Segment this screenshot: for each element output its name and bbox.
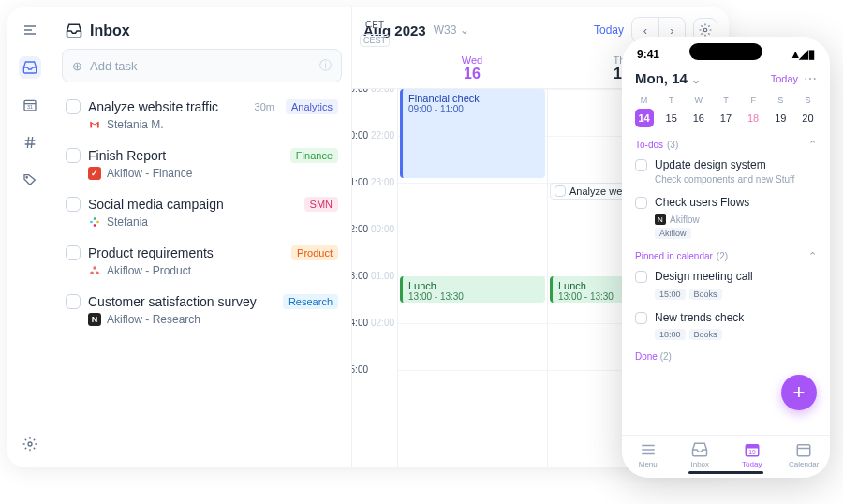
phone-week-strip[interactable]: M14 T15 W16 T17 F18 S19 S20 bbox=[622, 92, 830, 135]
calendar-nav-icon[interactable]: 31 bbox=[19, 94, 41, 116]
svg-rect-13 bbox=[94, 217, 96, 219]
phone-time: 9:41 bbox=[637, 48, 659, 61]
event-checkbox[interactable] bbox=[555, 185, 566, 197]
hash-icon[interactable] bbox=[19, 131, 41, 154]
section-todos[interactable]: To-dos(3)⌃ bbox=[622, 135, 830, 155]
collapse-icon[interactable] bbox=[19, 19, 41, 41]
phone-today-link[interactable]: Today bbox=[771, 73, 798, 84]
task-item[interactable]: Analyze website traffic 30m Analytics St… bbox=[62, 92, 342, 141]
svg-text:31: 31 bbox=[27, 104, 33, 110]
pinned-trends[interactable]: New trends check 18:00Books bbox=[622, 307, 830, 348]
calendar-day[interactable]: Wed16 bbox=[397, 52, 547, 88]
phone-weekday[interactable]: S20 bbox=[795, 96, 821, 127]
calendar-icon bbox=[795, 441, 812, 458]
task-source: NAkiflow - Research bbox=[66, 313, 338, 326]
fab-add-button[interactable]: + bbox=[781, 375, 817, 410]
todoist-icon: ✓ bbox=[88, 167, 101, 180]
task-item[interactable]: Product requirements Product Akiflow - P… bbox=[62, 238, 342, 287]
checkbox[interactable] bbox=[635, 197, 647, 209]
task-title: Analyze website traffic bbox=[88, 99, 247, 114]
add-task-placeholder: Add task bbox=[90, 59, 138, 73]
event-financial-check[interactable]: Financial check 09:00 - 11:00 bbox=[400, 89, 545, 178]
chevron-up-icon: ⌃ bbox=[808, 139, 817, 151]
task-tag[interactable]: Research bbox=[283, 294, 338, 309]
task-tag[interactable]: SMN bbox=[304, 197, 338, 212]
phone-weekday[interactable]: T15 bbox=[658, 96, 684, 127]
inbox-nav-icon[interactable] bbox=[19, 56, 41, 79]
gmail-icon bbox=[88, 118, 101, 131]
today-link[interactable]: Today bbox=[594, 23, 624, 37]
svg-rect-12 bbox=[90, 221, 92, 223]
task-duration: 30m bbox=[255, 101, 274, 112]
phone-tab-today[interactable]: 19 Today bbox=[726, 441, 778, 468]
task-source: Akiflow - Product bbox=[66, 264, 338, 277]
phone-notch bbox=[689, 43, 762, 60]
svg-point-16 bbox=[93, 266, 96, 270]
task-item[interactable]: Finish Report Finance ✓Akiflow - Finance bbox=[62, 141, 342, 189]
chip-akiflow: Akiflow bbox=[655, 228, 691, 239]
phone-status-icons: ▴◢▮ bbox=[792, 47, 815, 61]
task-source: Stefania M. bbox=[66, 118, 338, 131]
svg-rect-14 bbox=[96, 221, 98, 223]
inbox-panel: Inbox ⊕ Add task ⓘ Analyze website traff… bbox=[52, 7, 352, 467]
phone-tab-menu[interactable]: Menu bbox=[622, 441, 674, 468]
task-item[interactable]: Social media campaign SMN Stefania bbox=[62, 189, 342, 238]
svg-rect-15 bbox=[94, 224, 96, 226]
inbox-title: Inbox bbox=[90, 22, 130, 39]
phone-weekday[interactable]: W16 bbox=[686, 96, 711, 127]
task-checkbox[interactable] bbox=[66, 197, 81, 212]
todo-update-design[interactable]: Update design systemCheck components and… bbox=[622, 155, 830, 192]
phone-weekday[interactable]: F18 bbox=[741, 96, 766, 127]
calendar-week[interactable]: W33 ⌄ bbox=[434, 23, 469, 37]
svg-point-11 bbox=[28, 442, 32, 446]
phone-home-indicator bbox=[688, 471, 763, 474]
task-source: ✓Akiflow - Finance bbox=[66, 167, 338, 180]
section-pinned[interactable]: Pinned in calendar(2)⌃ bbox=[622, 246, 830, 266]
plus-icon: ⊕ bbox=[72, 59, 82, 73]
checkbox[interactable] bbox=[635, 159, 647, 171]
day-col-wed[interactable]: Financial check 09:00 - 11:00 Lunch 13:0… bbox=[397, 89, 547, 467]
task-tag[interactable]: Finance bbox=[290, 148, 338, 163]
task-list: Analyze website traffic 30m Analytics St… bbox=[62, 92, 342, 335]
phone-weekday[interactable]: M14 bbox=[631, 96, 657, 127]
nav-rail: 31 bbox=[7, 7, 52, 467]
phone-weekday[interactable]: T17 bbox=[713, 96, 738, 127]
phone-tab-calendar[interactable]: Calendar bbox=[778, 441, 831, 468]
svg-point-17 bbox=[90, 272, 94, 275]
task-checkbox[interactable] bbox=[66, 148, 81, 163]
phone-more-icon[interactable]: ⋯ bbox=[804, 71, 817, 86]
notion-icon: N bbox=[88, 313, 101, 326]
svg-text:19: 19 bbox=[748, 449, 756, 455]
slack-icon bbox=[88, 215, 101, 229]
phone-weekday[interactable]: S19 bbox=[768, 96, 793, 127]
phone-mockup: 9:41 ▴◢▮ Mon, 14 ⌄ Today ⋯ M14 T15 W16 T… bbox=[622, 37, 830, 478]
phone-tab-inbox[interactable]: Inbox bbox=[674, 441, 727, 468]
inbox-icon bbox=[691, 441, 708, 458]
task-checkbox[interactable] bbox=[66, 245, 81, 260]
add-task-input[interactable]: ⊕ Add task ⓘ bbox=[62, 49, 342, 82]
todo-check-flows[interactable]: Check users Flows NAkiflow Akiflow bbox=[622, 192, 830, 247]
pinned-meeting[interactable]: Design meeting call 15:00Books bbox=[622, 266, 830, 307]
phone-date[interactable]: Mon, 14 ⌄ bbox=[635, 70, 701, 86]
task-tag[interactable]: Analytics bbox=[286, 99, 338, 114]
svg-line-9 bbox=[31, 137, 32, 148]
task-title: Finish Report bbox=[88, 148, 283, 163]
task-checkbox[interactable] bbox=[66, 294, 81, 309]
tag-icon[interactable] bbox=[19, 169, 41, 191]
info-icon[interactable]: ⓘ bbox=[319, 57, 332, 74]
menu-icon bbox=[640, 441, 657, 458]
checkbox[interactable] bbox=[635, 271, 647, 283]
settings-icon[interactable] bbox=[19, 433, 41, 455]
notion-icon: N bbox=[655, 214, 666, 225]
event-lunch-wed[interactable]: Lunch 13:00 - 13:30 bbox=[400, 276, 545, 303]
desktop-app: 31 Inbox ⊕ Add task ⓘ Analyze website tr… bbox=[7, 7, 729, 467]
task-checkbox[interactable] bbox=[66, 99, 81, 114]
svg-point-10 bbox=[26, 177, 27, 178]
asana-icon bbox=[88, 264, 101, 277]
today-icon: 19 bbox=[744, 441, 761, 458]
inbox-header: Inbox bbox=[62, 19, 342, 49]
checkbox[interactable] bbox=[635, 312, 647, 324]
section-done[interactable]: Done (2) bbox=[622, 348, 830, 365]
task-item[interactable]: Customer satisfaction survey Research NA… bbox=[62, 287, 342, 335]
task-tag[interactable]: Product bbox=[291, 245, 338, 260]
